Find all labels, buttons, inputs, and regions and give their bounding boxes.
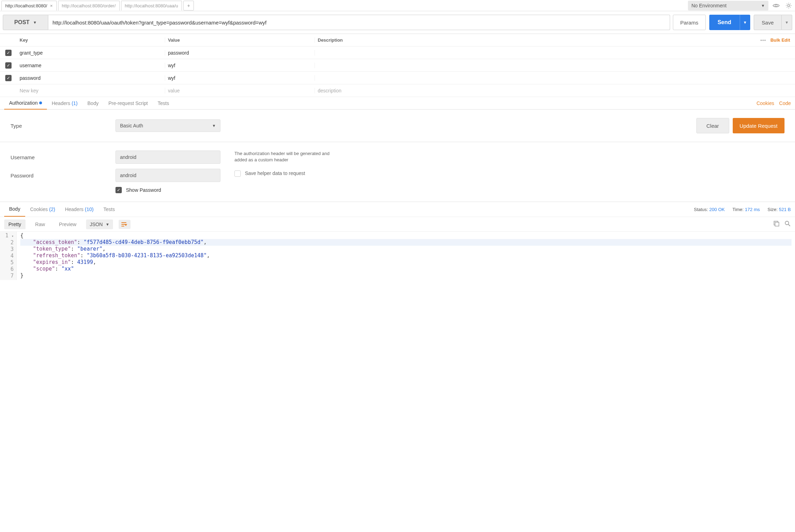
plus-icon: +	[187, 3, 190, 8]
password-label: Password	[10, 173, 115, 178]
credentials-section: Username Password ✓ Show Password The au…	[0, 142, 795, 202]
param-key[interactable]: grant_type	[17, 50, 165, 56]
col-key-header: Key	[17, 37, 165, 43]
method-select[interactable]: POST ▼	[3, 15, 48, 30]
auth-type-value: Basic Auth	[120, 123, 143, 128]
param-key-new[interactable]: New key	[17, 88, 165, 93]
tab-label: Authorization	[9, 100, 38, 106]
tab-count: (2)	[49, 206, 55, 212]
credentials-left: Username Password ✓ Show Password	[10, 150, 220, 193]
checkbox-checked-icon[interactable]: ✓	[5, 50, 12, 56]
param-key[interactable]: username	[17, 63, 165, 68]
tab-headers[interactable]: Headers (1)	[47, 97, 83, 110]
add-tab-button[interactable]: +	[183, 1, 194, 10]
svg-point-4	[785, 221, 789, 225]
env-label: No Environment	[691, 3, 726, 8]
auth-helper-text: The authorization header will be generat…	[234, 150, 339, 163]
response-view-bar: Pretty Raw Preview JSON ▼	[0, 217, 795, 231]
env-group: No Environment ▼	[688, 1, 794, 10]
auth-actions: Clear Update Request	[696, 118, 785, 133]
tab-label: Headers	[65, 206, 84, 212]
tab-label: Headers	[52, 100, 70, 106]
params-button[interactable]: Params	[673, 15, 706, 30]
username-row: Username	[10, 150, 220, 164]
resp-tab-headers[interactable]: Headers (10)	[60, 202, 99, 217]
param-value[interactable]: wyf	[165, 63, 315, 68]
resp-tab-body[interactable]: Body	[4, 202, 25, 217]
table-row[interactable]: ✓ grant_type password	[0, 47, 795, 59]
wrap-toggle[interactable]	[119, 220, 131, 229]
auth-type-select[interactable]: Basic Auth ▼	[115, 119, 220, 132]
tab-tests[interactable]: Tests	[153, 97, 174, 110]
eye-icon[interactable]	[771, 1, 781, 10]
response-code[interactable]: { "access_token": "f577d485-cd49-4deb-87…	[17, 232, 795, 280]
view-pretty[interactable]: Pretty	[4, 219, 26, 229]
copy-icon[interactable]	[773, 220, 780, 228]
time-meta: Time: 172 ms	[732, 207, 760, 212]
send-group: Send ▼	[709, 15, 750, 30]
param-value-new[interactable]: value	[165, 88, 315, 93]
col-desc-header: Description	[315, 37, 760, 43]
resp-tab-cookies[interactable]: Cookies (2)	[25, 202, 60, 217]
col-value-header: Value	[165, 37, 315, 43]
tab-1[interactable]: http://localhost:8080/order/	[58, 1, 120, 10]
svg-point-0	[775, 5, 777, 7]
tab-body[interactable]: Body	[83, 97, 104, 110]
save-button[interactable]: Save	[754, 15, 782, 30]
tab-2[interactable]: http://localhost:8080/uaa/u	[121, 1, 182, 10]
param-value[interactable]: wyf	[165, 75, 315, 81]
checkbox-checked-icon[interactable]: ✓	[115, 187, 122, 193]
view-preview[interactable]: Preview	[55, 219, 81, 229]
gear-icon[interactable]	[784, 1, 794, 10]
send-button[interactable]: Send	[709, 15, 740, 30]
line-gutter: 1 ▾ 234567	[0, 232, 17, 280]
param-desc-new[interactable]: description	[315, 88, 795, 93]
save-helper-row: Save helper data to request	[234, 170, 339, 177]
chevron-down-icon: ▼	[106, 222, 110, 226]
tab-0[interactable]: http://localhost:8080/ ×	[1, 1, 57, 10]
request-tabs: Authorization Headers (1) Body Pre-reque…	[0, 97, 795, 110]
cookies-link[interactable]: Cookies	[757, 100, 774, 106]
chevron-down-icon: ▼	[743, 20, 747, 24]
request-bar: POST ▼ Params Send ▼ Save ▼	[0, 11, 795, 34]
checkbox-checked-icon[interactable]: ✓	[5, 62, 12, 69]
clear-button[interactable]: Clear	[696, 118, 729, 133]
param-key[interactable]: password	[17, 75, 165, 81]
status-meta: Status: 200 OK	[694, 207, 725, 212]
more-icon[interactable]: •••	[760, 37, 766, 43]
table-row-new[interactable]: New key value description	[0, 84, 795, 97]
checkbox-unchecked-icon[interactable]	[234, 170, 241, 177]
method-label: POST	[14, 19, 30, 26]
table-row[interactable]: ✓ username wyf	[0, 59, 795, 72]
bulk-edit-link[interactable]: Bulk Edit	[771, 37, 790, 43]
req-tabs-right: Cookies Code	[757, 100, 791, 106]
view-raw[interactable]: Raw	[31, 219, 49, 229]
update-request-button[interactable]: Update Request	[733, 118, 785, 133]
username-label: Username	[10, 154, 115, 160]
code-link[interactable]: Code	[779, 100, 791, 106]
response-tabs: Body Cookies (2) Headers (10) Tests Stat…	[0, 202, 795, 217]
params-header-row: Key Value Description ••• Bulk Edit	[0, 34, 795, 47]
format-label: JSON	[90, 222, 103, 227]
table-row[interactable]: ✓ password wyf	[0, 72, 795, 84]
chevron-down-icon: ▼	[761, 4, 765, 8]
tab-authorization[interactable]: Authorization	[4, 97, 47, 110]
username-input[interactable]	[115, 150, 220, 164]
resp-tab-tests[interactable]: Tests	[98, 202, 120, 217]
checkbox-checked-icon[interactable]: ✓	[5, 75, 12, 81]
auth-type-label: Type	[10, 123, 115, 129]
svg-point-1	[788, 5, 790, 7]
send-dropdown[interactable]: ▼	[740, 15, 750, 30]
url-input[interactable]	[48, 15, 670, 30]
search-icon[interactable]	[785, 220, 791, 228]
param-value[interactable]: password	[165, 50, 315, 56]
save-group: Save ▼	[754, 15, 792, 30]
close-icon[interactable]: ×	[50, 3, 53, 8]
tab-prerequest[interactable]: Pre-request Script	[104, 97, 153, 110]
save-dropdown[interactable]: ▼	[782, 15, 792, 30]
view-bar-right	[773, 220, 791, 228]
environment-select[interactable]: No Environment ▼	[688, 1, 768, 10]
format-select[interactable]: JSON ▼	[86, 219, 113, 229]
auth-type-section: Type Basic Auth ▼ Clear Update Request	[0, 110, 795, 142]
password-input[interactable]	[115, 169, 220, 182]
